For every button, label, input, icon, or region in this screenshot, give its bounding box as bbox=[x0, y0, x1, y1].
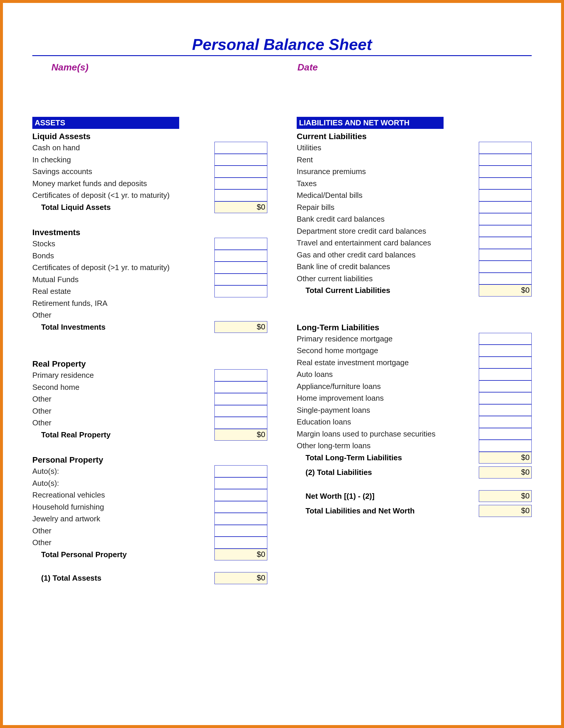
current-liabilities-title: Current Liabilities bbox=[297, 132, 532, 141]
amount-input[interactable] bbox=[214, 525, 267, 537]
amount-input[interactable] bbox=[479, 261, 532, 273]
amount-input[interactable] bbox=[214, 285, 267, 297]
amount-input[interactable] bbox=[214, 489, 267, 501]
amount-input[interactable] bbox=[479, 440, 532, 452]
amount-input[interactable] bbox=[214, 405, 267, 417]
total-label: Total Current Liabilities bbox=[297, 284, 479, 296]
total-row: Total Current Liabilities$0 bbox=[297, 284, 532, 296]
amount-input[interactable] bbox=[479, 178, 532, 190]
list-item: Certificates of deposit (>1 yr. to matur… bbox=[32, 262, 267, 274]
amount-input[interactable] bbox=[479, 416, 532, 428]
amount-input[interactable] bbox=[479, 368, 532, 380]
amount-input[interactable] bbox=[214, 189, 267, 201]
list-item: Bank line of credit balances bbox=[297, 261, 532, 273]
total-row: Total Liquid Assets$0 bbox=[32, 201, 267, 213]
list-item: Mutual Funds bbox=[32, 274, 267, 286]
amount-input[interactable] bbox=[214, 537, 267, 549]
amount-input[interactable] bbox=[479, 333, 532, 345]
names-label: Name(s) bbox=[51, 62, 88, 73]
amount-input[interactable] bbox=[479, 428, 532, 440]
grand-total-label: (1) Total Assests bbox=[32, 572, 214, 584]
item-label: Real estate investment mortgage bbox=[297, 357, 479, 369]
list-item: Real estate bbox=[32, 285, 267, 297]
amount-input[interactable] bbox=[479, 249, 532, 261]
amount-input[interactable] bbox=[214, 381, 267, 393]
total-liabilities-label: (2) Total Liabilities bbox=[297, 466, 479, 478]
amount-input[interactable] bbox=[479, 154, 532, 166]
amount-input[interactable] bbox=[214, 393, 267, 405]
total-value: $0 bbox=[479, 284, 532, 296]
amount-input[interactable] bbox=[479, 142, 532, 154]
liabilities-banner: LIABILITIES AND NET WORTH bbox=[297, 117, 444, 129]
list-item: Money market funds and deposits bbox=[32, 178, 267, 190]
item-label: Other bbox=[32, 537, 214, 549]
list-item: Other bbox=[32, 309, 267, 321]
item-label: Margin loans used to purchase securities bbox=[297, 428, 479, 440]
item-label: Stocks bbox=[32, 238, 214, 250]
total-label: Total Real Property bbox=[32, 429, 214, 441]
amount-input[interactable] bbox=[479, 357, 532, 369]
total-value: $0 bbox=[214, 429, 267, 441]
item-label: Bank credit card balances bbox=[297, 213, 479, 225]
amount-input[interactable] bbox=[479, 345, 532, 357]
item-label: Gas and other credit card balances bbox=[297, 249, 479, 261]
list-item: Other bbox=[32, 417, 267, 429]
list-item: Other long-term loans bbox=[297, 440, 532, 452]
total-row: Total Real Property$0 bbox=[32, 429, 267, 441]
amount-input[interactable] bbox=[214, 262, 267, 274]
amount-input[interactable] bbox=[214, 501, 267, 513]
amount-input[interactable] bbox=[479, 380, 532, 392]
total-value: $0 bbox=[214, 549, 267, 561]
total-label: Total Investments bbox=[32, 321, 214, 333]
item-label: Recreational vehicles bbox=[32, 489, 214, 501]
list-item: Rent bbox=[297, 154, 532, 166]
list-item: Primary residence mortgage bbox=[297, 333, 532, 345]
amount-input[interactable] bbox=[479, 213, 532, 225]
amount-input[interactable] bbox=[479, 237, 532, 249]
list-item: Utilities bbox=[297, 142, 532, 154]
total-label: Total Personal Property bbox=[32, 549, 214, 561]
amount-input[interactable] bbox=[214, 369, 267, 381]
net-worth-label: Net Worth [(1) - (2)] bbox=[297, 490, 479, 502]
total-row: Total Long-Term Liabilities$0 bbox=[297, 452, 532, 464]
list-item: Home improvement loans bbox=[297, 392, 532, 404]
amount-input[interactable] bbox=[214, 178, 267, 190]
list-item: Other bbox=[32, 393, 267, 405]
list-item: Taxes bbox=[297, 178, 532, 190]
amount-input[interactable] bbox=[214, 513, 267, 525]
amount-input[interactable] bbox=[479, 189, 532, 201]
item-label: Other bbox=[32, 309, 214, 321]
amount-input[interactable] bbox=[214, 417, 267, 429]
amount-input[interactable] bbox=[479, 225, 532, 237]
item-label: Other bbox=[32, 525, 214, 537]
amount-input[interactable] bbox=[214, 166, 267, 178]
list-item: Auto(s): bbox=[32, 465, 267, 477]
item-label: Department store credit card balances bbox=[297, 225, 479, 237]
list-item: Certificates of deposit (<1 yr. to matur… bbox=[32, 189, 267, 201]
total-lnw-value: $0 bbox=[479, 505, 532, 517]
amount-input[interactable] bbox=[479, 273, 532, 285]
amount-input[interactable] bbox=[214, 154, 267, 166]
net-worth-value: $0 bbox=[479, 490, 532, 502]
amount-input[interactable] bbox=[479, 404, 532, 416]
personal-property-title: Personal Property bbox=[32, 455, 267, 465]
amount-input[interactable] bbox=[214, 465, 267, 477]
list-item: Other bbox=[32, 405, 267, 417]
amount-input[interactable] bbox=[479, 392, 532, 404]
amount-input[interactable] bbox=[479, 201, 532, 213]
amount-input[interactable] bbox=[214, 477, 267, 489]
amount-input[interactable] bbox=[479, 166, 532, 178]
item-label: Household furnishing bbox=[32, 501, 214, 513]
amount-input[interactable] bbox=[214, 250, 267, 262]
item-label: Rent bbox=[297, 154, 479, 166]
date-label: Date bbox=[298, 62, 318, 73]
amount-input[interactable] bbox=[214, 238, 267, 250]
item-label: Bank line of credit balances bbox=[297, 261, 479, 273]
total-lnw-label: Total Liabilities and Net Worth bbox=[297, 505, 479, 517]
item-label: Home improvement loans bbox=[297, 392, 479, 404]
list-item: Appliance/furniture loans bbox=[297, 380, 532, 392]
amount-input[interactable] bbox=[214, 274, 267, 286]
assets-banner: ASSETS bbox=[32, 117, 179, 129]
amount-input[interactable] bbox=[214, 142, 267, 154]
header-row: Name(s) Date bbox=[32, 56, 532, 73]
